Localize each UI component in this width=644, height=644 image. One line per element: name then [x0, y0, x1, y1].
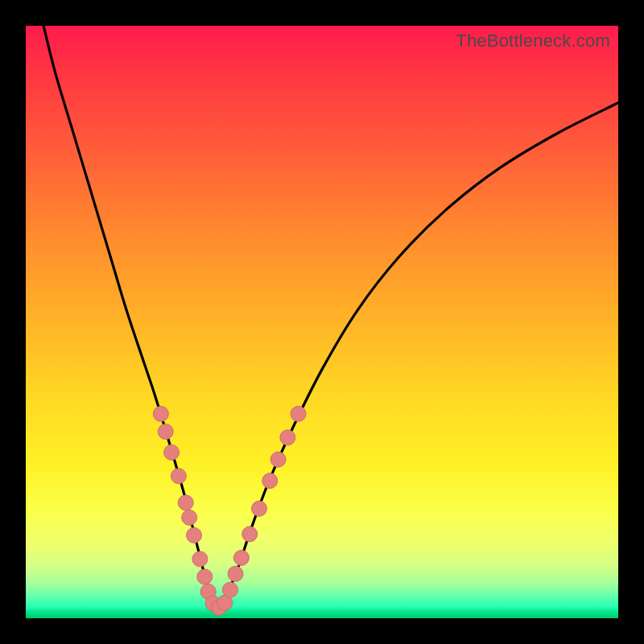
sample-dot — [280, 430, 295, 445]
sample-dot — [164, 444, 180, 460]
sample-dot — [270, 452, 286, 467]
sample-dot — [182, 510, 197, 525]
sample-dot — [262, 473, 278, 489]
sample-dot — [178, 495, 193, 510]
plot-area: TheBottleneck.com — [26, 26, 618, 618]
sample-dots — [153, 407, 306, 616]
chart-svg — [26, 26, 618, 618]
sample-dot — [291, 407, 306, 422]
sample-dot — [233, 550, 249, 565]
sample-dot — [192, 551, 208, 567]
sample-dot — [222, 582, 237, 597]
bottleneck-curve — [43, 26, 618, 608]
sample-dot — [197, 569, 213, 584]
sample-dot — [228, 566, 243, 581]
outer-frame: TheBottleneck.com — [0, 0, 644, 644]
sample-dot — [158, 424, 173, 440]
sample-dot — [171, 469, 186, 484]
sample-dot — [251, 501, 266, 516]
sample-dot — [242, 526, 258, 542]
sample-dot — [153, 407, 168, 422]
sample-dot — [187, 527, 202, 543]
